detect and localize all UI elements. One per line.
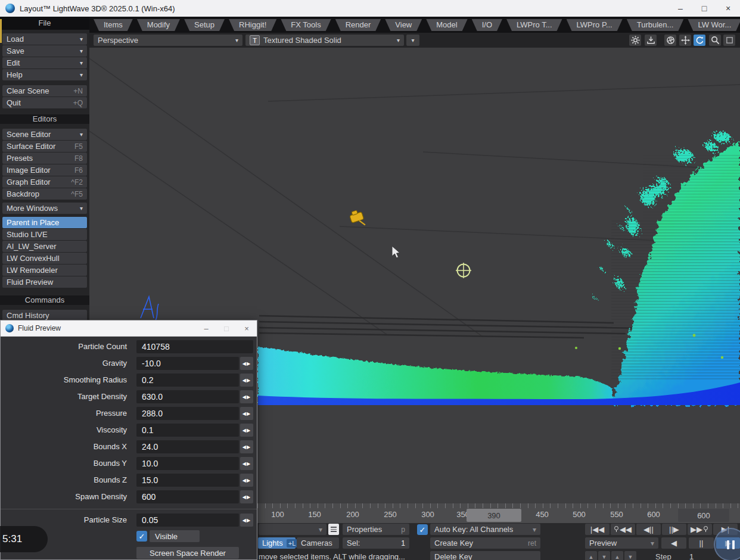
nav-down-button[interactable]: ▼ <box>598 551 610 560</box>
pressure-field[interactable]: 288.0 <box>136 407 239 420</box>
window-maximize-button[interactable]: □ <box>692 1 716 16</box>
smoothing-radius-field[interactable]: 0.2 <box>136 374 239 387</box>
sidebar-item-fluid-preview[interactable]: Fluid Preview <box>2 276 87 288</box>
bounds-y-field[interactable]: 10.0 <box>136 457 239 470</box>
autokey-dropdown[interactable]: Auto Key: All Channels ▾ <box>430 524 540 535</box>
tab-lw-workflow[interactable]: LW Wor... <box>688 19 740 31</box>
autokey-checkbox[interactable]: ✓ <box>417 524 428 535</box>
sidebar-item-load[interactable]: Load▾ <box>2 33 87 45</box>
tab-lwpro-t[interactable]: LWPro T... <box>506 19 562 31</box>
viewport-zoom-button[interactable] <box>709 35 721 46</box>
viewport-settings-button[interactable] <box>629 35 641 46</box>
sidebar-item-parent-in-place[interactable]: Parent in Place <box>2 217 87 228</box>
tab-modify[interactable]: Modify <box>137 19 180 31</box>
viewport-rotate-button[interactable] <box>694 35 705 46</box>
tab-render[interactable]: Render <box>335 19 381 31</box>
value-stepper[interactable]: ◀▶ <box>240 457 253 470</box>
sidebar-item-studio-live[interactable]: Studio LIVE <box>2 229 87 240</box>
camera-gizmo[interactable] <box>349 209 366 229</box>
viscosity-field[interactable]: 0.1 <box>136 424 239 437</box>
step-value[interactable]: 1 <box>689 552 694 560</box>
sidebar-item-image-editor[interactable]: Image EditorF6 <box>2 164 87 176</box>
tab-lwpro-p[interactable]: LWPro P... <box>567 19 623 31</box>
nav-up-button[interactable]: ▲ <box>585 551 597 560</box>
timeline[interactable]: 100 150 200 250 300 350 450 500 550 600 … <box>257 503 740 523</box>
value-stepper[interactable]: ◀▶ <box>240 407 253 420</box>
tab-items[interactable]: Items <box>94 19 133 31</box>
properties-button[interactable]: Properties p <box>343 524 409 535</box>
dialog-maximize-button[interactable]: □ <box>216 324 237 333</box>
bounds-z-field[interactable]: 15.0 <box>136 474 239 487</box>
particle-size-field[interactable]: 0.05 <box>136 514 239 527</box>
tab-fx-tools[interactable]: FX Tools <box>281 19 331 31</box>
tab-model[interactable]: Model <box>426 19 467 31</box>
timeline-scrubber[interactable]: 390 <box>467 509 521 522</box>
value-stepper[interactable]: ◀▶ <box>240 424 253 437</box>
tab-turbulence[interactable]: Turbulen... <box>627 19 684 31</box>
go-to-start-button[interactable]: |◀◀ <box>585 524 610 535</box>
target-density-field[interactable]: 630.0 <box>136 390 239 403</box>
value-stepper[interactable]: ◀▶ <box>240 357 253 370</box>
sidebar-item-ai-lw-server[interactable]: AI_LW_Server <box>2 241 87 252</box>
nav-up-button[interactable]: ▲ <box>611 551 623 560</box>
view-mode-dropdown[interactable]: Perspective ▾ <box>94 35 242 46</box>
value-stepper[interactable]: ◀▶ <box>240 374 253 387</box>
viewport-options-dropdown[interactable]: ▾ <box>406 35 419 46</box>
video-pause-overlay[interactable] <box>714 528 740 560</box>
spawn-density-field[interactable]: 600 <box>136 490 239 503</box>
preview-dropdown[interactable]: Preview ▾ <box>585 537 658 549</box>
bounds-x-field[interactable]: 24.0 <box>136 440 239 453</box>
screen-space-render-button[interactable]: Screen Space Render <box>136 547 239 559</box>
value-stepper[interactable]: ◀▶ <box>240 474 253 487</box>
prev-frame-button[interactable]: ◀|| <box>636 524 661 535</box>
prev-keyframe-button[interactable]: ◀◀ <box>611 524 635 535</box>
shading-mode-dropdown[interactable]: T Textured Shaded Solid ▾ <box>245 35 404 46</box>
sidebar-item-lw-remodeler[interactable]: LW Remodeler <box>2 265 87 276</box>
sidebar-item-scene-editor[interactable]: Scene Editor▾ <box>2 129 87 140</box>
delete-key-button[interactable]: Delete Key <box>430 551 540 560</box>
tab-setup[interactable]: Setup <box>184 19 225 31</box>
dialog-minimize-button[interactable]: – <box>196 324 216 333</box>
viewport-export-button[interactable] <box>645 35 657 46</box>
dialog-titlebar[interactable]: Fluid Preview – □ × <box>1 321 257 337</box>
sidebar-item-edit[interactable]: Edit▾ <box>2 57 87 69</box>
current-item-dropdown[interactable]: ▾ <box>259 524 327 535</box>
gravity-field[interactable]: -10.0 <box>136 357 239 370</box>
play-reverse-button[interactable]: ◀ <box>661 537 686 549</box>
rotate-pivot-gizmo[interactable] <box>456 263 471 278</box>
dialog-close-button[interactable]: × <box>237 324 257 333</box>
pause-button[interactable]: || <box>689 537 714 549</box>
dope-track-toggle[interactable] <box>328 524 339 535</box>
lights-button[interactable]: Lights +L <box>258 537 296 549</box>
sidebar-item-quit[interactable]: Quit+Q <box>2 97 87 108</box>
viewport-center-button[interactable] <box>664 35 676 46</box>
sidebar-item-lw-convexhull[interactable]: LW ConvexHull <box>2 253 87 264</box>
sidebar-item-backdrop[interactable]: Backdrop^F5 <box>2 188 87 200</box>
nav-down-button[interactable]: ▼ <box>624 551 636 560</box>
sidebar-item-more-windows[interactable]: More Windows▾ <box>2 203 87 214</box>
end-frame-field[interactable]: 600 <box>678 509 729 522</box>
sidebar-item-save[interactable]: Save▾ <box>2 45 87 57</box>
cameras-button[interactable]: Cameras <box>297 537 339 549</box>
null-object-gizmo[interactable] <box>141 297 158 321</box>
window-close-button[interactable]: × <box>716 1 740 16</box>
value-stepper[interactable]: ◀▶ <box>240 390 253 403</box>
create-key-button[interactable]: Create Key ret <box>430 537 540 549</box>
tab-rhiggit[interactable]: RHiggit! <box>229 19 276 31</box>
next-keyframe-button[interactable]: ▶▶ <box>688 524 712 535</box>
value-stepper[interactable]: ◀▶ <box>240 514 253 527</box>
viewport-pan-button[interactable] <box>679 35 691 46</box>
visible-checkbox[interactable]: ✓ <box>136 531 147 542</box>
value-stepper[interactable]: ◀▶ <box>240 440 253 453</box>
tab-io[interactable]: I/O <box>472 19 502 31</box>
sidebar-item-help[interactable]: Help▾ <box>2 69 87 80</box>
viewport-fit-button[interactable] <box>723 35 735 46</box>
window-minimize-button[interactable]: – <box>669 1 692 16</box>
next-frame-button[interactable]: ||▶ <box>662 524 686 535</box>
sidebar-item-presets[interactable]: PresetsF8 <box>2 153 87 164</box>
value-stepper[interactable]: ◀▶ <box>240 490 253 503</box>
visible-label[interactable]: Visible <box>150 530 200 542</box>
sidebar-item-clear-scene[interactable]: Clear Scene+N <box>2 85 87 97</box>
sidebar-item-graph-editor[interactable]: Graph Editor^F2 <box>2 176 87 188</box>
sidebar-item-surface-editor[interactable]: Surface EditorF5 <box>2 141 87 152</box>
